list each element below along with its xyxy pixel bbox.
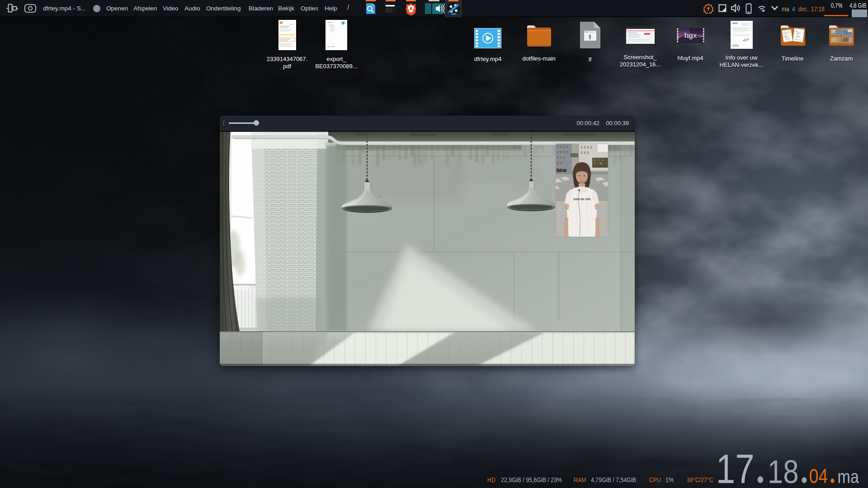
svg-text:hold me still.: hold me still.	[573, 197, 591, 201]
svg-text:!: !	[589, 33, 590, 40]
svg-text:hgx: hgx	[684, 31, 697, 40]
